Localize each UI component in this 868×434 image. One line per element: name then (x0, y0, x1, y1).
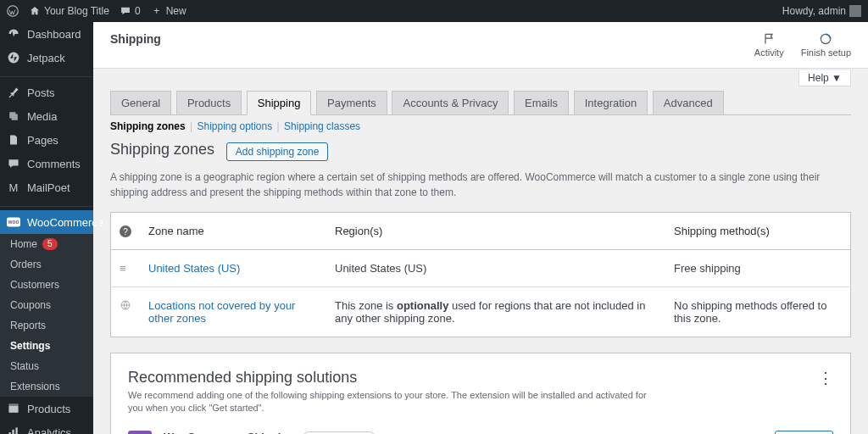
subtab-options[interactable]: Shipping options (197, 120, 272, 132)
rec-item-title: WooCommerce Shipping (164, 431, 294, 434)
svg-rect-5 (8, 403, 18, 405)
flag-icon (762, 32, 776, 46)
help-icon[interactable]: ? (120, 225, 131, 237)
sidebar-item-jetpack[interactable]: Jetpack (0, 46, 93, 70)
tab-emails[interactable]: Emails (514, 91, 569, 114)
sidebar-item-media[interactable]: Media (0, 104, 93, 128)
analytics-icon (7, 426, 20, 434)
submenu-orders[interactable]: Orders (0, 254, 93, 275)
drag-handle-icon[interactable]: ≡ (120, 262, 126, 275)
table-row-rest: Locations not covered by your other zone… (111, 287, 851, 337)
page-icon (7, 133, 20, 147)
rec-title: Recommended shipping solutions (128, 369, 833, 387)
rest-methods: No shipping methods offered to this zone… (665, 287, 851, 337)
tab-products[interactable]: Products (176, 91, 242, 114)
howdy-text: Howdy, admin (782, 5, 846, 17)
svg-text:woo: woo (8, 219, 19, 225)
rec-subtitle: We recommend adding one of the following… (128, 389, 654, 415)
submenu-customers[interactable]: Customers (0, 275, 93, 295)
submenu-settings[interactable]: Settings (0, 336, 93, 356)
tab-integration[interactable]: Integration (574, 91, 648, 114)
tab-payments[interactable]: Payments (316, 91, 387, 114)
add-zone-button[interactable]: Add shipping zone (226, 142, 329, 161)
media-icon (7, 109, 20, 123)
submenu-reports[interactable]: Reports (0, 315, 93, 336)
sidebar-item-products[interactable]: Products (0, 397, 93, 420)
submenu-status[interactable]: Status (0, 356, 93, 376)
submenu-coupons[interactable]: Coupons (0, 295, 93, 315)
table-row: ≡ United States (US) United States (US) … (111, 250, 851, 287)
tab-general[interactable]: General (110, 91, 171, 114)
wp-logo[interactable] (7, 5, 19, 17)
subtab-classes[interactable]: Shipping classes (284, 120, 360, 132)
new-link[interactable]: +New (151, 5, 186, 17)
rest-region: This zone is optionally used for regions… (326, 287, 665, 337)
help-tab[interactable]: Help ▼ (798, 70, 851, 86)
sidebar-item-comments[interactable]: Comments (0, 152, 93, 175)
rest-zone-link[interactable]: Locations not covered by your other zone… (148, 299, 295, 325)
zone-methods: Free shipping (665, 250, 851, 287)
sidebar-item-mailpoet[interactable]: MMailPoet (0, 175, 93, 199)
section-description: A shipping zone is a geographic region w… (110, 170, 851, 200)
progress-icon (819, 32, 832, 46)
subtab-zones[interactable]: Shipping zones (110, 120, 186, 132)
tab-advanced[interactable]: Advanced (653, 91, 724, 114)
comments-count: 0 (135, 5, 141, 17)
globe-icon (120, 299, 131, 311)
tab-shipping[interactable]: Shipping (247, 91, 312, 115)
finish-setup-button[interactable]: Finish setup (801, 32, 851, 58)
woo-thumb-icon: Woo (128, 431, 152, 434)
more-icon[interactable]: ⋮ (818, 369, 833, 387)
submenu-extensions[interactable]: Extensions (0, 376, 93, 397)
sidebar-item-dashboard[interactable]: Dashboard (0, 22, 93, 46)
section-title: Shipping zones (110, 141, 214, 159)
site-title: Your Blog Title (44, 5, 109, 17)
howdy-link[interactable]: Howdy, admin (782, 5, 861, 17)
zone-name-link[interactable]: United States (US) (148, 262, 240, 275)
gauge-icon (7, 27, 20, 41)
svg-rect-7 (12, 430, 14, 434)
svg-point-1 (8, 53, 19, 64)
th-methods: Shipping method(s) (665, 212, 851, 250)
activity-button[interactable]: Activity (754, 32, 784, 58)
activate-button[interactable]: Activate (775, 431, 833, 434)
th-zone-name: Zone name (140, 212, 326, 250)
submenu-home[interactable]: Home5 (0, 234, 93, 254)
sidebar-item-posts[interactable]: Posts (0, 81, 93, 104)
avatar (849, 5, 861, 17)
svg-point-0 (8, 6, 19, 17)
site-link[interactable]: Your Blog Title (29, 5, 109, 17)
th-region: Region(s) (326, 212, 665, 250)
comment-icon (7, 157, 20, 170)
jetpack-icon (7, 51, 20, 64)
comments-link[interactable]: 0 (120, 5, 141, 17)
new-label: New (166, 5, 186, 17)
tab-accounts[interactable]: Accounts & Privacy (392, 91, 509, 114)
pin-icon (7, 86, 20, 99)
sidebar-item-pages[interactable]: Pages (0, 128, 93, 152)
woo-icon: woo (7, 215, 20, 229)
svg-rect-8 (15, 427, 17, 434)
page-title: Shipping (110, 32, 161, 58)
zone-region: United States (US) (326, 250, 665, 287)
mailpoet-icon: M (7, 181, 20, 194)
sidebar-item-analytics[interactable]: Analytics (0, 420, 93, 434)
sidebar-item-woocommerce[interactable]: wooWooCommerce (0, 210, 93, 234)
products-icon (7, 402, 20, 415)
svg-rect-4 (8, 406, 18, 413)
home-badge: 5 (42, 238, 58, 250)
